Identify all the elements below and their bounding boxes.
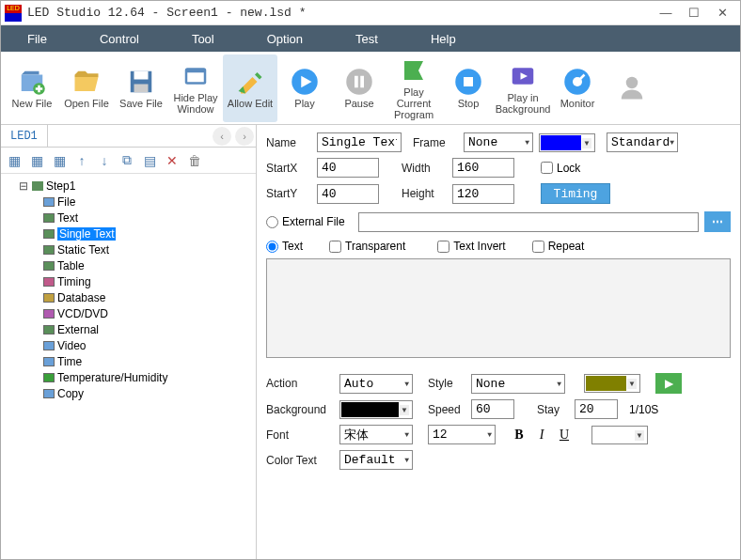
underline-button[interactable]: U bbox=[556, 427, 573, 443]
move-up-icon[interactable]: ↑ bbox=[72, 151, 91, 170]
tree-node-time[interactable]: Time bbox=[1, 353, 256, 369]
transparent-checkbox[interactable]: Transparent bbox=[329, 240, 405, 253]
add-step-icon[interactable]: ▦ bbox=[27, 151, 46, 170]
add-item-icon[interactable]: ▦ bbox=[50, 151, 69, 170]
tree-node-external[interactable]: External bbox=[1, 321, 256, 337]
tab-next-button[interactable]: › bbox=[235, 127, 254, 146]
tree-node-video[interactable]: Video bbox=[1, 337, 256, 353]
hidewin-icon bbox=[181, 62, 210, 90]
menu-tool[interactable]: Tool bbox=[166, 25, 241, 52]
tree-root-step1[interactable]: ⊟Step1 bbox=[1, 178, 256, 194]
node-icon bbox=[43, 245, 55, 255]
text-area[interactable] bbox=[266, 258, 731, 358]
swatch-picker[interactable] bbox=[584, 374, 640, 393]
timing-button[interactable]: Timing bbox=[541, 183, 610, 204]
toolbar-savefile-button[interactable]: Save File bbox=[114, 54, 168, 122]
toolbar-label: Play Current Program bbox=[386, 86, 441, 120]
starty-input[interactable] bbox=[317, 184, 379, 204]
action-select[interactable]: Auto bbox=[339, 374, 413, 394]
svg-point-7 bbox=[346, 69, 372, 95]
copy-icon[interactable]: ⧉ bbox=[118, 151, 136, 170]
toolbar-pause-button[interactable]: Pause bbox=[332, 54, 386, 122]
minimize-button[interactable]: — bbox=[652, 4, 680, 23]
tree: ⊟Step1 FileTextSingle TextStatic TextTab… bbox=[1, 174, 256, 405]
menu-help[interactable]: Help bbox=[404, 25, 482, 52]
toolbar-play-button[interactable]: Play bbox=[277, 54, 332, 122]
startx-label: StartX bbox=[266, 162, 311, 175]
toolbar-user-button[interactable] bbox=[605, 54, 659, 122]
font-size-select[interactable]: 12 bbox=[428, 425, 496, 444]
repeat-checkbox[interactable]: Repeat bbox=[532, 240, 585, 253]
width-label: Width bbox=[402, 162, 447, 175]
playcur-icon bbox=[400, 56, 428, 85]
toolbar-allowedit-button[interactable]: Allow Edit bbox=[223, 54, 277, 122]
toolbar-playbg-button[interactable]: Play in Background bbox=[496, 54, 550, 122]
browse-button[interactable]: ⋯ bbox=[704, 211, 731, 232]
node-icon bbox=[43, 197, 55, 207]
tab-led1[interactable]: LED1 bbox=[1, 125, 48, 147]
toolbar-hidewin-button[interactable]: Hide Play Window bbox=[168, 54, 223, 122]
width-input[interactable] bbox=[452, 158, 514, 178]
pause-icon bbox=[345, 68, 373, 96]
toolbar-monitor-button[interactable]: Monitor bbox=[550, 54, 605, 122]
toolbar-label: Allow Edit bbox=[228, 98, 273, 109]
tree-node-temperature-humidity[interactable]: Temperature/Humidity bbox=[1, 369, 256, 385]
delete-icon[interactable]: ✕ bbox=[163, 151, 181, 170]
playbg-icon bbox=[509, 62, 537, 90]
speed-label: Speed bbox=[428, 403, 465, 416]
colortext-select[interactable]: Default bbox=[339, 450, 413, 470]
trash-icon[interactable]: 🗑 bbox=[185, 151, 204, 170]
toolbar-playcur-button[interactable]: Play Current Program bbox=[386, 54, 441, 122]
frame-select[interactable]: None bbox=[464, 132, 533, 152]
text-invert-checkbox[interactable]: Text Invert bbox=[437, 240, 505, 253]
stay-input[interactable] bbox=[575, 399, 618, 419]
svg-rect-5 bbox=[187, 72, 204, 82]
style-select[interactable]: None bbox=[471, 374, 565, 394]
font-color-picker[interactable] bbox=[591, 426, 648, 444]
node-icon bbox=[43, 389, 55, 398]
menu-control[interactable]: Control bbox=[73, 25, 166, 52]
speed-input[interactable] bbox=[471, 399, 514, 419]
paste-icon[interactable]: ▤ bbox=[140, 151, 159, 170]
tree-node-text[interactable]: Text bbox=[1, 210, 256, 226]
toolbar-stop-button[interactable]: Stop bbox=[441, 54, 496, 122]
tree-node-timing[interactable]: Timing bbox=[1, 273, 256, 289]
name-input[interactable] bbox=[317, 132, 402, 152]
app-logo-icon bbox=[5, 5, 22, 22]
node-icon bbox=[43, 277, 55, 287]
tree-node-copy[interactable]: Copy bbox=[1, 385, 256, 401]
tree-node-single-text[interactable]: Single Text bbox=[1, 226, 256, 241]
tree-node-database[interactable]: Database bbox=[1, 289, 256, 305]
move-down-icon[interactable]: ↓ bbox=[95, 151, 114, 170]
bold-button[interactable]: B bbox=[511, 427, 528, 443]
menu-option[interactable]: Option bbox=[241, 25, 329, 52]
external-file-radio[interactable]: External File bbox=[266, 215, 345, 228]
menu-test[interactable]: Test bbox=[329, 25, 404, 52]
menu-file[interactable]: File bbox=[1, 25, 73, 52]
toolbar-label: Play bbox=[294, 98, 314, 109]
tree-node-vcd-dvd[interactable]: VCD/DVD bbox=[1, 305, 256, 321]
preview-play-button[interactable]: ▶ bbox=[655, 373, 682, 394]
node-icon bbox=[43, 341, 55, 350]
add-page-icon[interactable]: ▦ bbox=[5, 151, 24, 170]
toolbar-openfile-button[interactable]: Open File bbox=[59, 54, 114, 122]
maximize-button[interactable]: ☐ bbox=[680, 4, 708, 23]
external-file-input[interactable] bbox=[358, 212, 699, 232]
step-icon bbox=[32, 181, 43, 191]
frame-color-picker[interactable] bbox=[539, 133, 595, 152]
standard-select[interactable]: Standard bbox=[607, 132, 678, 152]
height-input[interactable] bbox=[452, 184, 514, 204]
tab-prev-button[interactable]: ‹ bbox=[213, 127, 231, 146]
text-radio[interactable]: Text bbox=[266, 240, 303, 253]
close-button[interactable]: ✕ bbox=[708, 4, 736, 23]
tree-node-table[interactable]: Table bbox=[1, 257, 256, 273]
startx-input[interactable] bbox=[317, 158, 379, 178]
italic-button[interactable]: I bbox=[533, 427, 550, 443]
menubar: File Control Tool Option Test Help bbox=[1, 25, 740, 52]
toolbar-newfile-button[interactable]: New File bbox=[5, 54, 59, 122]
tree-node-file[interactable]: File bbox=[1, 194, 256, 210]
background-color-picker[interactable] bbox=[339, 400, 413, 419]
tree-node-static-text[interactable]: Static Text bbox=[1, 241, 256, 257]
lock-checkbox[interactable]: Lock bbox=[541, 162, 580, 175]
font-select[interactable]: 宋体 bbox=[339, 425, 413, 444]
